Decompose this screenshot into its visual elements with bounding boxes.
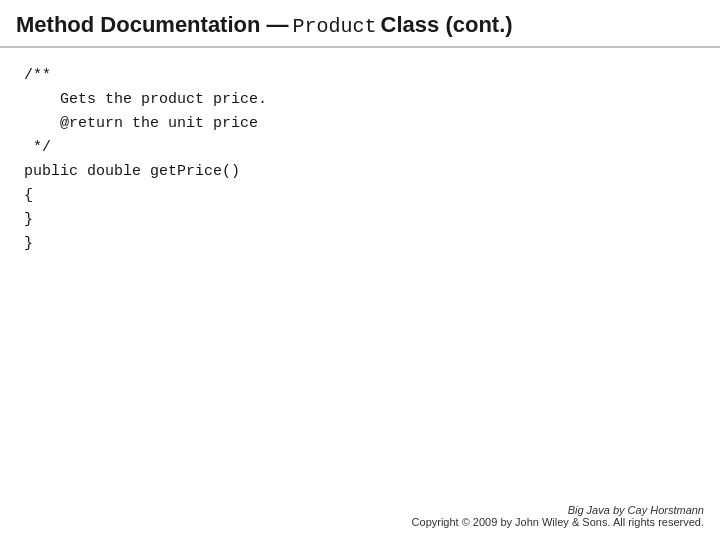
footer-line1: Big Java by Cay Horstmann	[412, 504, 704, 516]
page-title: Method Documentation — Product Class (co…	[16, 12, 704, 38]
title-suffix: Class (cont.)	[381, 12, 513, 38]
footer-author: by Cay Horstmann	[610, 504, 704, 516]
header: Method Documentation — Product Class (co…	[0, 0, 720, 48]
code-block: /** Gets the product price. @return the …	[24, 64, 696, 232]
title-prefix: Method Documentation —	[16, 12, 289, 38]
title-code: Product	[293, 15, 377, 38]
page-container: Method Documentation — Product Class (co…	[0, 0, 720, 540]
content-area: /** Gets the product price. @return the …	[0, 48, 720, 272]
book-title: Big Java	[568, 504, 610, 516]
footer: Big Java by Cay Horstmann Copyright © 20…	[412, 504, 704, 528]
footer-line2: Copyright © 2009 by John Wiley & Sons. A…	[412, 516, 704, 528]
outer-closing-brace: }	[24, 232, 696, 256]
